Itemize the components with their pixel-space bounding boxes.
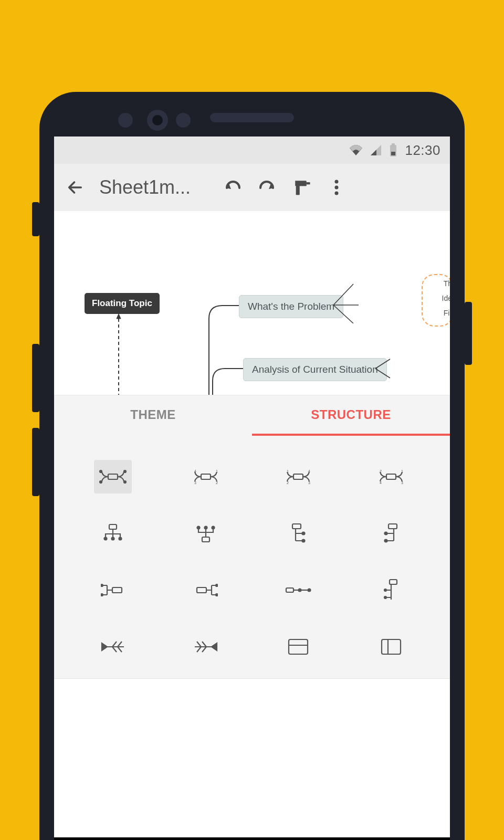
structure-option-org-down[interactable]	[67, 505, 160, 562]
svg-rect-4	[297, 186, 300, 195]
svg-point-43	[384, 540, 387, 542]
structure-option-tree-left[interactable]	[345, 505, 438, 562]
android-navbar	[54, 837, 450, 840]
structure-option-map-clockwise[interactable]: 4312	[160, 448, 253, 505]
svg-point-11	[100, 470, 102, 472]
svg-text:4: 4	[194, 469, 196, 473]
format-button[interactable]	[291, 177, 312, 198]
structure-option-fishbone-left[interactable]	[67, 618, 160, 675]
undo-button[interactable]	[222, 177, 243, 198]
svg-rect-44	[112, 587, 122, 593]
topic-node[interactable]: What's the Problem	[239, 295, 343, 318]
subtopic-node[interactable]: Fir	[444, 309, 450, 317]
svg-text:2: 2	[380, 469, 382, 473]
toolbar-actions	[222, 177, 351, 198]
svg-rect-5	[307, 182, 310, 184]
svg-point-42	[384, 532, 387, 535]
subtopic-node[interactable]: Ide	[442, 294, 450, 302]
svg-rect-47	[197, 587, 206, 593]
structure-option-fishbone-right[interactable]	[160, 618, 253, 675]
structure-option-logic-right[interactable]	[67, 562, 160, 618]
svg-point-13	[124, 470, 126, 472]
phone-power-button	[465, 302, 472, 365]
svg-point-14	[124, 481, 126, 483]
tab-theme[interactable]: THEME	[54, 395, 252, 436]
redo-button[interactable]	[257, 177, 278, 198]
svg-point-49	[216, 594, 218, 596]
subtopic-node[interactable]: Th	[444, 279, 450, 288]
svg-point-55	[384, 596, 386, 598]
structure-option-map-radial[interactable]: 2413	[345, 448, 438, 505]
svg-rect-25	[386, 474, 396, 479]
svg-rect-56	[289, 639, 308, 654]
svg-point-54	[384, 589, 386, 591]
svg-rect-10	[108, 474, 118, 479]
structure-option-logic-left[interactable]	[160, 562, 253, 618]
svg-rect-38	[292, 524, 301, 529]
svg-rect-1	[392, 143, 395, 145]
svg-point-48	[216, 584, 218, 586]
app-toolbar: Sheet1m...	[54, 164, 450, 211]
svg-text:1: 1	[216, 469, 218, 473]
cellular-icon	[370, 144, 382, 156]
structure-option-spreadsheet[interactable]	[345, 618, 438, 675]
svg-point-6	[335, 180, 339, 184]
structure-option-org-up[interactable]	[160, 505, 253, 562]
svg-rect-20	[293, 474, 303, 479]
phone-side-button	[32, 202, 39, 236]
mindmap-canvas[interactable]: Floating Topic What's the Problem Analys…	[54, 211, 450, 395]
svg-point-45	[101, 584, 103, 586]
svg-point-39	[302, 532, 305, 535]
phone-sensor	[176, 113, 191, 128]
phone-sensor	[118, 113, 133, 128]
svg-rect-58	[382, 639, 401, 654]
svg-point-36	[204, 527, 207, 529]
status-time: 12:30	[405, 142, 440, 159]
structure-option-map-anticlockwise[interactable]: 1243	[252, 448, 345, 505]
back-button[interactable]	[59, 172, 91, 203]
tab-structure[interactable]: STRUCTURE	[252, 395, 450, 436]
svg-point-33	[119, 538, 122, 540]
phone-volume-down	[32, 428, 39, 496]
svg-rect-3	[295, 181, 306, 186]
svg-point-35	[197, 527, 200, 529]
svg-text:4: 4	[308, 469, 310, 473]
branch-connector	[212, 366, 244, 395]
svg-text:2: 2	[216, 481, 218, 485]
svg-text:1: 1	[287, 469, 289, 473]
svg-rect-41	[388, 524, 397, 529]
phone-volume-up	[32, 344, 39, 412]
structure-option-matrix[interactable]	[252, 618, 345, 675]
topic-node[interactable]: Analysis of Current Situation	[243, 358, 387, 381]
branch-connector	[374, 358, 395, 379]
svg-text:1: 1	[401, 469, 403, 473]
svg-rect-53	[390, 580, 397, 584]
wifi-icon	[349, 144, 363, 156]
screen: 12:30 Sheet1m...	[54, 136, 450, 840]
svg-point-51	[299, 589, 301, 592]
svg-point-7	[335, 186, 339, 190]
structure-option-timeline-horizontal[interactable]	[252, 562, 345, 618]
svg-rect-30	[109, 524, 117, 529]
status-bar: 12:30	[54, 136, 450, 164]
svg-point-37	[212, 527, 214, 529]
structure-option-map-balanced[interactable]	[67, 448, 160, 505]
phone-camera	[147, 110, 168, 131]
svg-rect-34	[202, 537, 209, 542]
svg-point-8	[335, 192, 339, 195]
more-button[interactable]	[326, 177, 347, 198]
svg-point-32	[112, 538, 114, 540]
battery-icon	[389, 143, 397, 157]
svg-text:3: 3	[308, 481, 310, 485]
structure-option-timeline-vertical[interactable]	[345, 562, 438, 618]
svg-point-31	[104, 538, 107, 540]
structure-option-tree-right[interactable]	[252, 505, 345, 562]
phone-frame: 12:30 Sheet1m...	[39, 92, 465, 840]
structure-panel: 4312 1243 2413	[54, 436, 450, 679]
svg-point-46	[101, 594, 103, 596]
svg-text:2: 2	[287, 481, 289, 485]
floating-topic-node[interactable]: Floating Topic	[85, 293, 160, 314]
svg-text:3: 3	[194, 481, 196, 485]
phone-speaker	[210, 113, 294, 122]
document-title[interactable]: Sheet1m...	[96, 176, 217, 198]
